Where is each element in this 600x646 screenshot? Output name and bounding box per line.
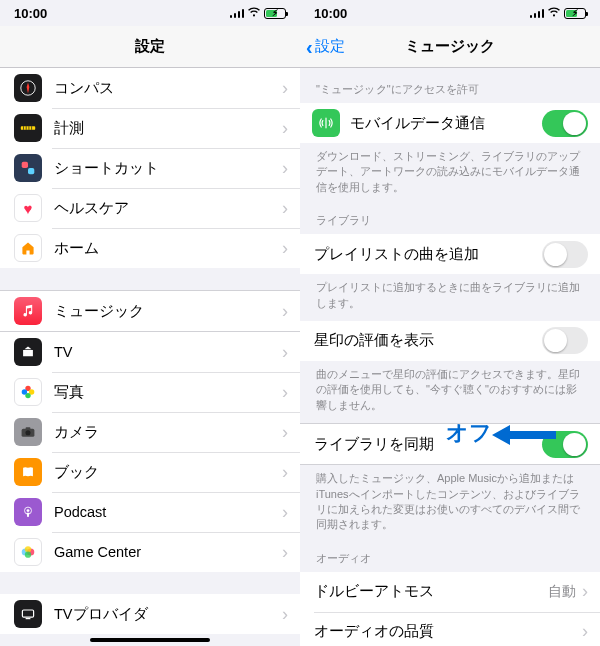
row-star-ratings[interactable]: 星印の評価を表示 <box>300 321 600 361</box>
settings-row-music[interactable]: ミュージック › <box>0 291 300 331</box>
antenna-icon <box>312 109 340 137</box>
row-label: 星印の評価を表示 <box>314 331 542 350</box>
settings-row-tvprovider[interactable]: TVプロバイダ › <box>0 594 300 634</box>
chevron-right-icon: › <box>282 342 288 363</box>
settings-screen: 10:00 ⚡︎ 設定 コンパス › 計測 <box>0 0 300 646</box>
svg-rect-1 <box>21 126 35 130</box>
section-footer: 曲のメニューで星印の評価にアクセスできます。星印の評価を使用しても、"今すぐ聴く… <box>300 361 600 417</box>
row-dolby-atmos[interactable]: ドルビーアトモス 自動 › <box>300 572 600 612</box>
status-time: 10:00 <box>14 6 47 21</box>
status-bar: 10:00 ⚡︎ <box>300 0 600 26</box>
signal-icon <box>530 8 545 18</box>
gamecenter-icon <box>14 538 42 566</box>
settings-group: TVプロバイダ › <box>0 594 300 634</box>
shortcuts-icon <box>14 154 42 182</box>
row-label: Podcast <box>54 504 282 520</box>
svg-point-13 <box>25 430 30 435</box>
status-right: ⚡︎ <box>230 7 287 20</box>
battery-icon: ⚡︎ <box>564 8 586 19</box>
row-label: TV <box>54 344 282 360</box>
settings-row-compass[interactable]: コンパス › <box>0 68 300 108</box>
toggle-star-ratings[interactable] <box>542 327 588 354</box>
svg-rect-6 <box>22 162 28 168</box>
tv-icon <box>14 338 42 366</box>
row-audio-quality[interactable]: オーディオの品質 › <box>300 612 600 646</box>
chevron-right-icon: › <box>282 462 288 483</box>
chevron-right-icon: › <box>582 581 588 602</box>
row-label: 計測 <box>54 119 282 138</box>
settings-row-photos[interactable]: 写真 › <box>0 372 300 412</box>
svg-point-20 <box>25 552 31 558</box>
row-label: オーディオの品質 <box>314 622 582 641</box>
signal-icon <box>230 8 245 18</box>
settings-row-podcast[interactable]: Podcast › <box>0 492 300 532</box>
music-settings-screen: 10:00 ⚡︎ ‹ 設定 ミュージック "ミュージック"にアクセスを許可 モバ… <box>300 0 600 646</box>
settings-row-health[interactable]: ♥︎ ヘルスケア › <box>0 188 300 228</box>
row-label: ヘルスケア <box>54 199 282 218</box>
settings-row-books[interactable]: ブック › <box>0 452 300 492</box>
row-cellular-data[interactable]: モバイルデータ通信 <box>300 103 600 143</box>
books-icon <box>14 458 42 486</box>
chevron-left-icon: ‹ <box>306 37 313 57</box>
svg-rect-7 <box>28 168 34 174</box>
row-label: ドルビーアトモス <box>314 582 548 601</box>
nav-bar: 設定 <box>0 26 300 68</box>
chevron-right-icon: › <box>282 301 288 322</box>
svg-point-11 <box>22 389 27 394</box>
row-sync-library-highlighted: ライブラリを同期 <box>300 423 600 465</box>
row-add-playlist-songs[interactable]: プレイリストの曲を追加 <box>300 234 600 274</box>
row-label: ライブラリを同期 <box>314 435 542 454</box>
row-sync-library[interactable]: ライブラリを同期 <box>300 424 600 464</box>
row-value: 自動 <box>548 583 576 601</box>
toggle-sync-library[interactable] <box>542 431 588 458</box>
camera-icon <box>14 418 42 446</box>
row-label: コンパス <box>54 79 282 98</box>
svg-rect-21 <box>22 610 33 617</box>
back-button[interactable]: ‹ 設定 <box>306 37 345 57</box>
photos-icon <box>14 378 42 406</box>
measure-icon <box>14 114 42 142</box>
wifi-icon <box>547 7 561 20</box>
podcast-icon <box>14 498 42 526</box>
row-label: モバイルデータ通信 <box>350 114 542 133</box>
row-label: TVプロバイダ <box>54 605 282 624</box>
svg-rect-22 <box>26 618 31 619</box>
status-right: ⚡︎ <box>530 7 587 20</box>
chevron-right-icon: › <box>282 542 288 563</box>
settings-row-measure[interactable]: 計測 › <box>0 108 300 148</box>
page-title: ミュージック <box>405 37 495 56</box>
status-bar: 10:00 ⚡︎ <box>0 0 300 26</box>
settings-list[interactable]: コンパス › 計測 › ショートカット › ♥︎ ヘルスケア › <box>0 68 300 646</box>
music-settings-list[interactable]: "ミュージック"にアクセスを許可 モバイルデータ通信 ダウンロード、ストリーミン… <box>300 68 600 646</box>
wifi-icon <box>247 7 261 20</box>
row-label: 写真 <box>54 383 282 402</box>
settings-row-tv[interactable]: TV › <box>0 332 300 372</box>
svg-rect-14 <box>26 427 31 429</box>
chevron-right-icon: › <box>282 118 288 139</box>
section-footer: ダウンロード、ストリーミング、ライブラリのアップデート、アートワークの読み込みに… <box>300 143 600 199</box>
chevron-right-icon: › <box>282 158 288 179</box>
section-footer: 購入したミュージック、Apple Musicから追加またはiTunesへインポー… <box>300 465 600 537</box>
svg-point-15 <box>27 509 30 512</box>
settings-row-shortcuts[interactable]: ショートカット › <box>0 148 300 188</box>
settings-row-gamecenter[interactable]: Game Center › <box>0 532 300 572</box>
settings-row-home[interactable]: ホーム › <box>0 228 300 268</box>
settings-row-camera[interactable]: カメラ › <box>0 412 300 452</box>
chevron-right-icon: › <box>282 198 288 219</box>
music-icon <box>14 297 42 325</box>
settings-row-music-highlighted: ミュージック › <box>0 290 300 332</box>
home-indicator <box>90 638 210 642</box>
toggle-add-playlist[interactable] <box>542 241 588 268</box>
settings-group: コンパス › 計測 › ショートカット › ♥︎ ヘルスケア › <box>0 68 300 268</box>
section-header: ライブラリ <box>300 199 600 234</box>
row-label: ホーム <box>54 239 282 258</box>
tvprovider-icon <box>14 600 42 628</box>
chevron-right-icon: › <box>282 502 288 523</box>
battery-icon: ⚡︎ <box>264 8 286 19</box>
chevron-right-icon: › <box>282 422 288 443</box>
health-icon: ♥︎ <box>14 194 42 222</box>
toggle-cellular[interactable] <box>542 110 588 137</box>
row-label: カメラ <box>54 423 282 442</box>
svg-point-19 <box>25 546 31 552</box>
section-footer: プレイリストに追加するときに曲をライブラリに追加します。 <box>300 274 600 315</box>
